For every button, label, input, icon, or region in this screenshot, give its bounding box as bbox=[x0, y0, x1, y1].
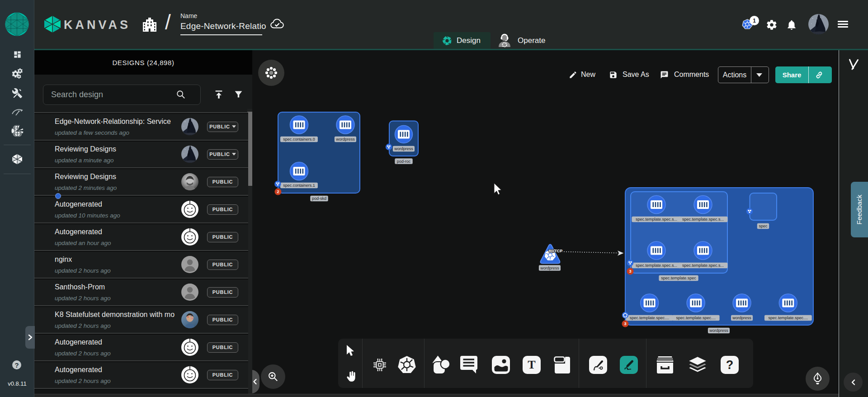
svg-text:wordpress: wordpress bbox=[540, 266, 559, 270]
svg-text:pod-skd: pod-skd bbox=[312, 196, 326, 201]
svg-text:3: 3 bbox=[624, 321, 626, 326]
svg-text:spec: spec bbox=[759, 224, 768, 228]
svg-text:spec.template.spec.s...: spec.template.spec.s... bbox=[636, 263, 677, 268]
svg-text:wordpress: wordpress bbox=[732, 316, 751, 320]
svg-text:wordpress: wordpress bbox=[335, 137, 355, 142]
svg-text:wordpress: wordpress bbox=[394, 147, 413, 151]
svg-text:spec.template.spec.s...: spec.template.spec.s... bbox=[636, 217, 677, 222]
svg-text:spec.containers.0: spec.containers.0 bbox=[283, 137, 315, 142]
svg-text:2: 2 bbox=[277, 189, 279, 194]
svg-text:spec.containers.1: spec.containers.1 bbox=[283, 183, 315, 188]
svg-text:spec.template.spec.s...: spec.template.spec.s... bbox=[682, 263, 724, 268]
svg-text:spec.template.spec....: spec.template.spec.... bbox=[769, 316, 808, 320]
svg-text:spec.template.spec....: spec.template.spec.... bbox=[630, 316, 670, 320]
svg-text:spec.template.spec.s...: spec.template.spec.s... bbox=[682, 217, 724, 222]
svg-text:pod-roc: pod-roc bbox=[397, 159, 411, 164]
svg-text:3: 3 bbox=[629, 269, 631, 274]
svg-text:wordpress: wordpress bbox=[709, 328, 728, 333]
svg-text:spec.template.spec....: spec.template.spec.... bbox=[676, 316, 716, 320]
svg-text:80/TCP: 80/TCP bbox=[549, 249, 563, 253]
svg-text:spec.template.spec: spec.template.spec bbox=[661, 276, 696, 280]
